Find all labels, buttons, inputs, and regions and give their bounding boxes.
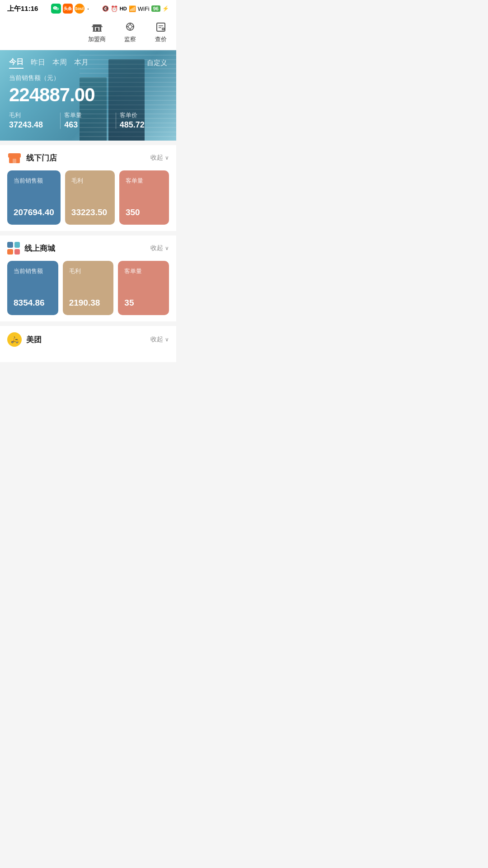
online-card-sales: 当前销售额 8354.86 — [7, 261, 58, 315]
meituan-section: 🛵 美团 收起 ∨ — [0, 326, 176, 362]
custom-date-button[interactable]: 自定义 — [147, 59, 167, 67]
offline-card-count: 客单量 350 — [119, 170, 169, 225]
hero-banner: 今日 昨日 本周 本月 自定义 当前销售额（元） 224887.00 毛利 37… — [0, 50, 176, 141]
price-icon — [155, 21, 167, 33]
online-collapse-button[interactable]: 收起 ∨ — [150, 244, 169, 252]
alarm-icon: ⏰ — [111, 5, 118, 12]
bottom-spacer — [0, 362, 176, 371]
franchise-icon — [91, 21, 103, 33]
status-time: 上午11:16 — [7, 5, 38, 13]
sales-amount: 224887.00 — [9, 84, 167, 106]
svg-point-5 — [57, 9, 57, 9]
mute-icon: 🔇 — [102, 5, 109, 12]
soul-icon: Soul — [75, 4, 84, 14]
meituan-title-wrap: 🛵 美团 — [7, 332, 42, 347]
franchise-label: 加盟商 — [88, 35, 106, 43]
online-section-title: 线上商城 — [24, 243, 55, 254]
customer-count-label: 客单量 — [64, 111, 112, 119]
offline-section-title: 线下门店 — [26, 153, 57, 163]
customer-count-value: 463 — [64, 120, 112, 130]
tab-this-week[interactable]: 本周 — [52, 58, 67, 68]
meituan-collapse-label: 收起 — [150, 335, 163, 344]
sales-label: 当前销售额（元） — [9, 74, 167, 82]
online-count-value: 35 — [124, 298, 163, 308]
offline-sales-value: 207694.40 — [14, 208, 54, 217]
charging-icon: ⚡ — [162, 5, 169, 12]
svg-rect-24 — [8, 153, 21, 158]
gross-profit-value: 37243.48 — [9, 120, 56, 130]
tab-yesterday[interactable]: 昨日 — [31, 58, 45, 68]
online-mall-section: 线上商城 收起 ∨ 当前销售额 8354.86 毛利 2190.38 客单量 3… — [0, 236, 176, 321]
nav-item-franchise[interactable]: 加盟商 — [79, 19, 115, 45]
stats-row: 毛利 37243.48 客单量 463 客单价 485.72 — [9, 111, 167, 130]
app-icons: 头条 Soul · — [51, 4, 89, 14]
online-collapse-label: 收起 — [150, 244, 163, 252]
gross-profit-label: 毛利 — [9, 111, 56, 119]
notification-dot: · — [87, 4, 89, 14]
meituan-section-title: 美团 — [26, 335, 42, 345]
offline-gross-label: 毛利 — [71, 177, 108, 185]
online-gross-label: 毛利 — [69, 267, 108, 275]
stat-customer-count: 客单量 463 — [64, 111, 112, 130]
offline-collapse-button[interactable]: 收起 ∨ — [150, 154, 169, 162]
offline-count-value: 350 — [126, 208, 163, 217]
offline-cards-grid: 当前销售额 207694.40 毛利 33223.50 客单量 350 — [7, 170, 169, 225]
stat-divider-2 — [116, 113, 116, 129]
meituan-section-header: 🛵 美团 收起 ∨ — [7, 332, 169, 347]
svg-rect-11 — [96, 28, 99, 31]
signal-bars-icon: 📶 — [129, 5, 136, 12]
top-navigation: 加盟商 监察 查价 — [0, 15, 176, 50]
offline-collapse-label: 收起 — [150, 154, 163, 162]
offline-section-header: 线下门店 收起 ∨ — [7, 151, 169, 164]
tab-today[interactable]: 今日 — [9, 57, 23, 69]
online-section-header: 线上商城 收起 ∨ — [7, 242, 169, 255]
online-chevron-icon: ∨ — [165, 245, 169, 251]
stat-avg-order: 客单价 485.72 — [120, 111, 167, 130]
online-mall-icon — [7, 242, 20, 255]
online-sales-value: 8354.86 — [14, 298, 52, 308]
svg-point-13 — [128, 25, 132, 28]
svg-point-4 — [56, 9, 56, 9]
meituan-chevron-icon: ∨ — [165, 336, 169, 343]
stat-gross-profit: 毛利 37243.48 — [9, 111, 56, 130]
offline-store-icon — [7, 151, 22, 164]
monitor-icon — [124, 21, 136, 33]
svg-point-3 — [55, 8, 56, 9]
tab-this-month[interactable]: 本月 — [74, 58, 89, 68]
meituan-collapse-button[interactable]: 收起 ∨ — [150, 335, 169, 344]
wechat-icon — [51, 4, 61, 14]
online-cards-grid: 当前销售额 8354.86 毛利 2190.38 客单量 35 — [7, 261, 169, 315]
online-sales-label: 当前销售额 — [14, 267, 52, 275]
avg-order-value: 485.72 — [120, 120, 167, 130]
offline-sales-label: 当前销售额 — [14, 177, 54, 185]
avg-order-label: 客单价 — [120, 111, 167, 119]
offline-title-wrap: 线下门店 — [7, 151, 57, 164]
wifi-icon: WiFi — [138, 5, 150, 12]
meituan-icon: 🛵 — [7, 332, 22, 347]
svg-rect-8 — [93, 27, 95, 31]
signal-hd-icon: HD — [120, 6, 127, 11]
svg-rect-9 — [99, 27, 101, 31]
online-title-wrap: 线上商城 — [7, 242, 55, 255]
monitor-label: 监察 — [124, 35, 136, 43]
offline-card-gross: 毛利 33223.50 — [65, 170, 115, 225]
svg-rect-6 — [93, 24, 102, 26]
online-card-gross: 毛利 2190.38 — [63, 261, 114, 315]
toutiao-icon: 头条 — [63, 4, 73, 14]
battery-icon: 96 — [151, 5, 160, 12]
online-gross-value: 2190.38 — [69, 298, 108, 308]
price-label: 查价 — [155, 35, 167, 43]
offline-store-section: 线下门店 收起 ∨ 当前销售额 207694.40 毛利 33223.50 客单… — [0, 145, 176, 231]
svg-rect-7 — [92, 26, 103, 27]
svg-point-2 — [54, 8, 55, 9]
nav-item-price[interactable]: 查价 — [145, 19, 176, 45]
online-card-count: 客单量 35 — [118, 261, 169, 315]
svg-rect-26 — [13, 159, 16, 163]
offline-card-sales: 当前销售额 207694.40 — [7, 170, 61, 225]
nav-item-monitor[interactable]: 监察 — [115, 19, 145, 45]
offline-gross-value: 33223.50 — [71, 208, 108, 217]
date-tabs: 今日 昨日 本周 本月 自定义 — [9, 57, 167, 69]
offline-chevron-icon: ∨ — [165, 155, 169, 161]
offline-count-label: 客单量 — [126, 177, 163, 185]
svg-rect-10 — [93, 31, 102, 32]
